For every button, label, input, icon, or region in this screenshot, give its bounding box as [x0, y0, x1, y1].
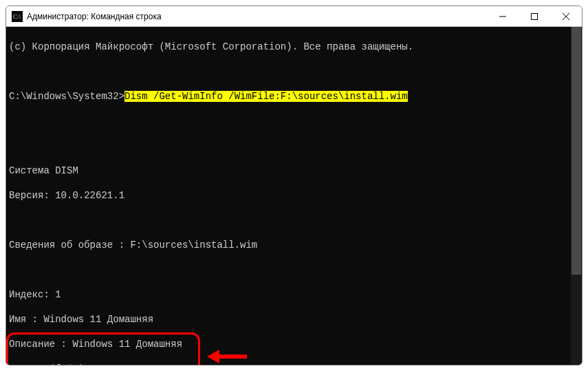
maximize-button[interactable]: [519, 6, 550, 27]
entry-1-name: Имя : Windows 11 Домашняя: [9, 313, 579, 326]
svg-rect-4: [532, 14, 538, 20]
scrollbar[interactable]: [571, 27, 582, 365]
terminal-area[interactable]: (c) Корпорация Майкрософт (Microsoft Cor…: [6, 27, 582, 365]
titlebar[interactable]: C:\ Администратор: Командная строка: [6, 6, 582, 27]
prompt-line: C:\Windows\System32>Dism /Get-WimInfo /W…: [9, 90, 579, 103]
highlighted-command: Dism /Get-WimInfo /WimFile:F:\sources\in…: [124, 91, 408, 102]
copyright-line: (c) Корпорация Майкрософт (Microsoft Cor…: [9, 41, 579, 53]
minimize-button[interactable]: [487, 6, 519, 27]
entry-1-index: Индекс: 1: [9, 288, 579, 301]
scrollbar-thumb[interactable]: [571, 27, 581, 275]
close-button[interactable]: [550, 6, 582, 27]
dism-version: Версия: 10.0.22621.1: [9, 189, 579, 202]
svg-marker-8: [207, 350, 219, 363]
cmd-window: C:\ Администратор: Командная строка (c) …: [6, 6, 582, 365]
prompt-path: C:\Windows\System32>: [9, 91, 124, 102]
image-info: Сведения об образе : F:\sources\install.…: [9, 239, 579, 251]
window-title: Администратор: Командная строка: [27, 12, 487, 21]
entry-1-size: Размер (байт): 15 793 786 464: [9, 363, 579, 365]
dism-header: Cистема DISM: [9, 165, 579, 177]
entry-1-desc: Описание : Windows 11 Домашняя: [9, 338, 579, 350]
window-controls: [487, 6, 582, 26]
svg-text:C:\: C:\: [13, 13, 21, 20]
cmd-icon: C:\: [12, 11, 23, 22]
